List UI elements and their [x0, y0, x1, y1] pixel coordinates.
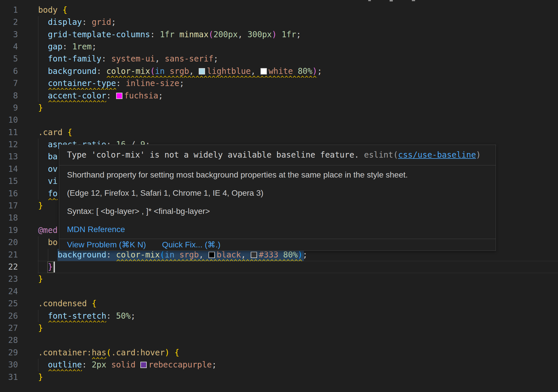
warning-squiggle: accent-color — [48, 91, 106, 100]
bracket-match-box — [47, 262, 53, 273]
code-text: .condensed { — [38, 299, 96, 308]
code-line-7[interactable]: 7 container-type: inline-size; — [0, 77, 558, 89]
line-number: 14 — [0, 163, 18, 175]
code-token: : — [106, 311, 116, 321]
code-token: gap — [48, 42, 63, 51]
code-token: rebeccapurple — [148, 360, 212, 369]
code-line-28[interactable]: 28 — [0, 334, 558, 346]
line-number: 17 — [0, 200, 18, 212]
code-token: ( — [106, 348, 111, 357]
line-number: 5 — [0, 53, 18, 65]
code-text: @med — [38, 225, 57, 235]
code-token: font-family — [48, 54, 101, 64]
code-text: } — [38, 103, 43, 113]
code-token: outline — [48, 360, 82, 369]
eslint-rule-link[interactable]: css/use-baseline — [398, 150, 476, 160]
line-number: 1 — [0, 4, 18, 16]
code-line-24[interactable]: 24 — [0, 285, 558, 298]
code-token — [135, 360, 140, 369]
clipped-glyph-artifact — [390, 0, 393, 1]
code-line-10[interactable]: 10 — [0, 114, 558, 126]
line-number: 8 — [0, 90, 18, 102]
docs-browser-support: (Edge 12, Firefox 1, Safari 1, Chrome 1,… — [67, 188, 488, 198]
code-line-6[interactable]: 6 background: color-mix(in srgb, lightbl… — [0, 65, 558, 77]
code-line-2[interactable]: 2 display: grid; — [0, 16, 558, 28]
code-token: : — [150, 30, 160, 39]
code-token: { — [92, 299, 96, 308]
code-token: body — [38, 5, 62, 15]
code-token: accent-color — [48, 91, 106, 100]
code-token — [38, 238, 48, 247]
code-token — [293, 66, 298, 76]
code-token: , — [199, 250, 209, 260]
code-token: font-stretch — [48, 311, 106, 321]
code-token — [38, 189, 48, 198]
code-line-4[interactable]: 4 gap: 1rem; — [0, 41, 558, 53]
color-swatch[interactable] — [251, 252, 257, 258]
code-line-5[interactable]: 5 font-family: system-ui, sans-serif; — [0, 53, 558, 65]
code-token: , — [155, 54, 165, 64]
code-text: fo — [38, 189, 57, 198]
quick-fix-button[interactable]: Quick Fix... (⌘.) — [162, 240, 220, 249]
code-line-29[interactable]: 29.container:has(.card:hover) { — [0, 347, 558, 359]
code-token: ) — [313, 66, 317, 76]
code-line-3[interactable]: 3 grid-template-columns: 1fr minmax(200p… — [0, 29, 558, 41]
code-token: 1rem — [72, 42, 92, 51]
line-number: 11 — [0, 126, 18, 139]
code-line-11[interactable]: 11.card { — [0, 126, 558, 139]
code-editor[interactable]: 1body {2 display: grid;3 grid-template-c… — [0, 0, 558, 392]
code-token — [277, 30, 282, 39]
code-text: font-stretch: 50%; — [38, 311, 135, 321]
code-line-26[interactable]: 26 font-stretch: 50%; — [0, 310, 558, 322]
code-token: ; — [92, 42, 96, 51]
eslint-source-suffix: ) — [476, 150, 481, 160]
view-problem-button[interactable]: View Problem (⌘K N) — [67, 240, 146, 249]
line-number: 24 — [0, 285, 18, 298]
eslint-source-prefix: eslint( — [364, 150, 398, 160]
code-line-23[interactable]: 23} — [0, 273, 558, 285]
mdn-reference-link[interactable]: MDN Reference — [67, 225, 125, 234]
code-token: in — [165, 250, 174, 260]
code-token: , — [251, 66, 261, 76]
color-swatch[interactable] — [140, 362, 147, 368]
code-line-1[interactable]: 1body { — [0, 4, 558, 16]
line-number: 4 — [0, 41, 18, 53]
code-token: .card — [38, 128, 67, 137]
code-token: 80% — [298, 66, 313, 76]
code-token: ; — [179, 79, 184, 88]
code-token: : — [82, 360, 92, 369]
code-token: 2px — [92, 360, 106, 369]
code-token: } — [38, 103, 43, 113]
code-line-22[interactable]: 22 } — [0, 261, 558, 273]
warning-squiggle: font-stretch — [48, 311, 106, 321]
code-line-9[interactable]: 9} — [0, 102, 558, 114]
code-text: vi — [38, 176, 57, 186]
color-swatch[interactable] — [209, 252, 215, 258]
code-token: { — [67, 128, 72, 137]
code-token — [38, 17, 48, 27]
color-swatch[interactable] — [116, 93, 122, 99]
line-number: 16 — [0, 188, 18, 200]
code-token: .card:hover — [111, 348, 165, 357]
code-token — [38, 42, 48, 51]
code-line-25[interactable]: 25.condensed { — [0, 298, 558, 310]
problem-message-row: Type 'color-mix' is not a widely availab… — [59, 145, 496, 165]
code-token: white — [269, 66, 293, 76]
code-line-31[interactable]: 31} — [0, 371, 558, 383]
color-swatch[interactable] — [261, 68, 267, 74]
code-token: ) — [165, 348, 170, 357]
code-text: accent-color: fuchsia; — [38, 91, 163, 100]
code-text: grid-template-columns: 1fr minmax(200px,… — [38, 30, 301, 39]
color-swatch[interactable] — [199, 68, 205, 74]
warning-squiggle: fo — [48, 189, 58, 198]
code-text: } — [38, 323, 43, 333]
line-number: 29 — [0, 347, 18, 359]
code-line-27[interactable]: 27} — [0, 322, 558, 334]
code-line-30[interactable]: 30 outline: 2px solid rebeccapurple; — [0, 359, 558, 371]
code-token: } — [38, 201, 43, 210]
line-number: 7 — [0, 77, 18, 89]
code-token: ; — [111, 17, 116, 27]
code-line-8[interactable]: 8 accent-color: fuchsia; — [0, 90, 558, 102]
code-token — [278, 250, 283, 260]
code-text: } — [38, 201, 43, 210]
